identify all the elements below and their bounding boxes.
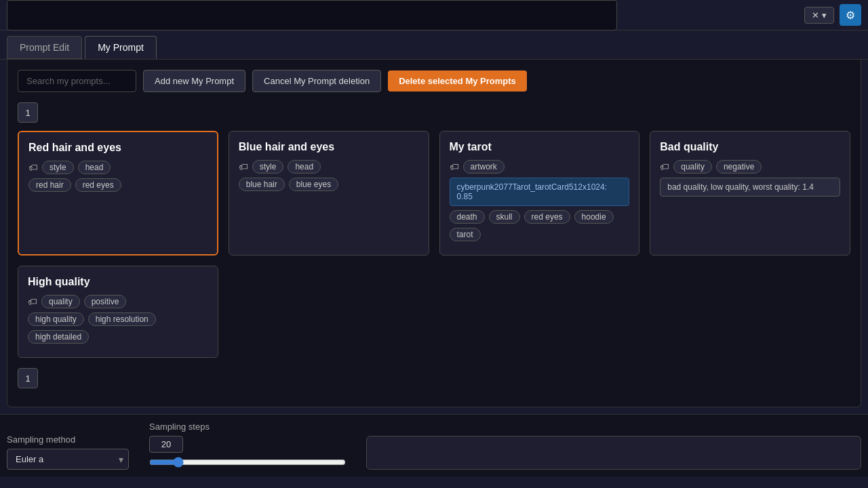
cards-grid-row2: High quality 🏷 quality positive high qua…	[18, 266, 850, 358]
card-bad-quality[interactable]: Bad quality 🏷 quality negative bad quali…	[650, 131, 850, 256]
add-prompt-button[interactable]: Add new My Prompt	[143, 70, 245, 92]
tag-high-quality[interactable]: high quality	[28, 312, 84, 326]
tag-hoodie[interactable]: hoodie	[574, 210, 614, 224]
tag-row-2: blue hair blue eyes	[239, 178, 419, 191]
cancel-deletion-button[interactable]: Cancel My Prompt deletion	[252, 70, 381, 92]
tag-icon: 🏷	[450, 161, 459, 172]
tag-quality[interactable]: quality	[41, 295, 80, 308]
cards-grid-row1: Red hair and eyes 🏷 style head red hair …	[18, 131, 850, 256]
tag-red-eyes[interactable]: red eyes	[524, 210, 570, 224]
tag-high-resolution[interactable]: high resolution	[88, 312, 156, 326]
tag-quality[interactable]: quality	[673, 160, 712, 174]
tag-blue-hair[interactable]: blue hair	[239, 178, 285, 191]
sampling-method-select[interactable]: Euler a Euler LMS Heun DPM2	[7, 449, 129, 470]
card-title: Red hair and eyes	[28, 142, 208, 154]
tab-prompt-edit[interactable]: Prompt Edit	[7, 36, 82, 59]
card-title: Bad quality	[660, 141, 840, 153]
card-empty-2	[229, 266, 429, 358]
tag-row-1: 🏷 quality negative	[660, 160, 840, 174]
tag-skull[interactable]: skull	[489, 210, 520, 224]
tag-tarot[interactable]: tarot	[450, 228, 481, 241]
tag-artwork[interactable]: artwork	[463, 160, 505, 174]
search-input[interactable]	[18, 70, 136, 92]
card-title: Blue hair and eyes	[239, 141, 419, 153]
tag-icon: 🏷	[239, 161, 248, 172]
page-1-button[interactable]: 1	[18, 102, 38, 123]
tag-row-2: high quality high resolution	[28, 312, 208, 326]
tag-row-extra2: tarot	[450, 228, 630, 241]
delete-selected-button[interactable]: Delete selected My Prompts	[388, 70, 527, 92]
tag-positive[interactable]: positive	[84, 295, 127, 308]
bottom-right-panel	[366, 436, 861, 470]
tag-row-1: 🏷 quality positive	[28, 295, 208, 308]
card-my-tarot[interactable]: My tarot 🏷 artwork cyberpunk2077Tarot_ta…	[439, 131, 640, 256]
tag-row-2: red hair red eyes	[28, 178, 208, 192]
tag-blue-eyes[interactable]: blue eyes	[289, 178, 338, 191]
main-panel: Add new My Prompt Cancel My Prompt delet…	[7, 60, 861, 407]
tag-head[interactable]: head	[288, 160, 321, 174]
tag-row-3: high detailed	[28, 330, 208, 344]
page-1-button-bottom[interactable]: 1	[18, 368, 38, 388]
tag-style[interactable]: style	[252, 160, 284, 174]
sampling-method-label: Sampling method	[7, 434, 129, 445]
dropdown-icon: ▾	[822, 10, 827, 20]
tag-icon: 🏷	[28, 296, 37, 307]
tag-icon: 🏷	[660, 161, 669, 172]
tag-icon: 🏷	[28, 162, 38, 173]
top-right-controls: ✕ ▾ ⚙	[804, 4, 861, 26]
tabs-row: Prompt Edit My Prompt	[0, 30, 868, 60]
pagination-bottom: 1	[18, 368, 850, 388]
steps-display: 20	[149, 436, 183, 453]
tag-red-hair[interactable]: red hair	[28, 178, 71, 192]
card-empty-3	[439, 266, 640, 358]
clear-button[interactable]: ✕ ▾	[804, 7, 834, 24]
tag-high-detailed[interactable]: high detailed	[28, 330, 89, 344]
tag-row-1: 🏷 style head	[239, 160, 419, 174]
tag-negative[interactable]: negative	[716, 160, 762, 174]
card-empty-4	[650, 266, 850, 358]
sampling-method-group: Sampling method Euler a Euler LMS Heun D…	[7, 434, 129, 470]
tab-my-prompt[interactable]: My Prompt	[85, 36, 157, 59]
tag-head[interactable]: head	[78, 161, 111, 174]
lora-value: cyberpunk2077Tarot_tarotCard512x1024: 0.…	[450, 178, 630, 206]
tag-death[interactable]: death	[450, 210, 485, 224]
negative-value: bad quality, low quality, worst quality:…	[660, 178, 840, 197]
bottom-controls: Sampling method Euler a Euler LMS Heun D…	[0, 414, 868, 476]
toolbar: Add new My Prompt Cancel My Prompt delet…	[18, 70, 850, 92]
clear-icon: ✕	[812, 10, 819, 20]
steps-slider[interactable]	[149, 457, 346, 468]
tag-row-extra: death skull red eyes hoodie	[450, 210, 630, 224]
steps-slider-container	[149, 457, 346, 470]
gear-icon: ⚙	[846, 9, 855, 22]
sampling-steps-group: Sampling steps 20	[149, 422, 346, 470]
tag-row-1: 🏷 style head	[28, 161, 208, 174]
sampling-steps-label: Sampling steps	[149, 422, 346, 432]
tag-red-eyes[interactable]: red eyes	[75, 178, 121, 192]
top-bar: ✕ ▾ ⚙	[0, 0, 868, 30]
pagination-top: 1	[18, 102, 850, 123]
card-high-quality[interactable]: High quality 🏷 quality positive high qua…	[18, 266, 218, 358]
tag-row-1: 🏷 artwork	[450, 160, 630, 174]
card-red-hair-eyes[interactable]: Red hair and eyes 🏷 style head red hair …	[18, 131, 218, 256]
card-title: High quality	[28, 276, 208, 288]
main-prompt-input[interactable]	[7, 0, 617, 30]
card-blue-hair-eyes[interactable]: Blue hair and eyes 🏷 style head blue hai…	[229, 131, 429, 256]
settings-button[interactable]: ⚙	[840, 4, 861, 26]
sampling-method-select-wrapper: Euler a Euler LMS Heun DPM2 ▾	[7, 449, 129, 470]
tag-style[interactable]: style	[42, 161, 74, 174]
card-title: My tarot	[450, 141, 630, 153]
steps-value-row: 20	[149, 436, 346, 453]
